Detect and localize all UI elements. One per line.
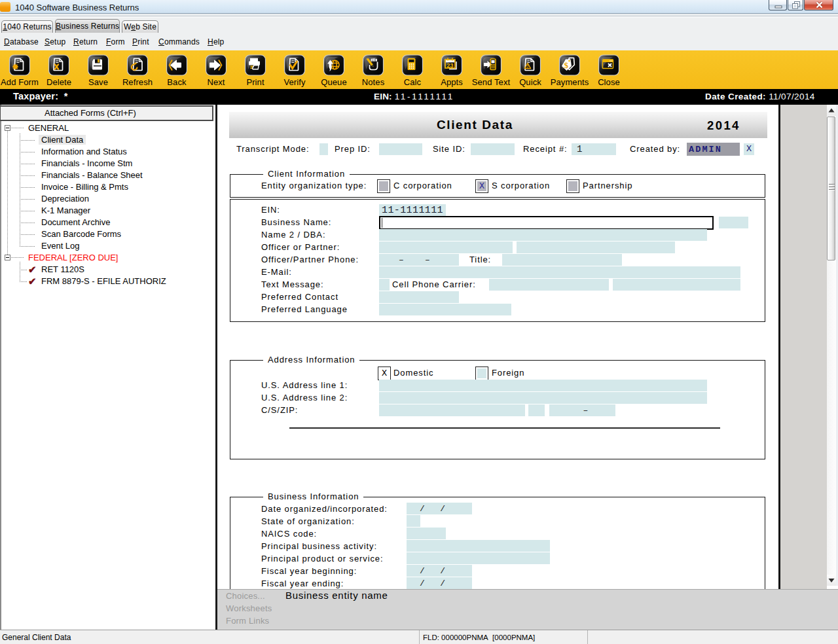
svg-text:?: ? <box>526 64 529 69</box>
svg-text:$: $ <box>564 60 568 70</box>
svg-text:23: 23 <box>446 62 453 69</box>
